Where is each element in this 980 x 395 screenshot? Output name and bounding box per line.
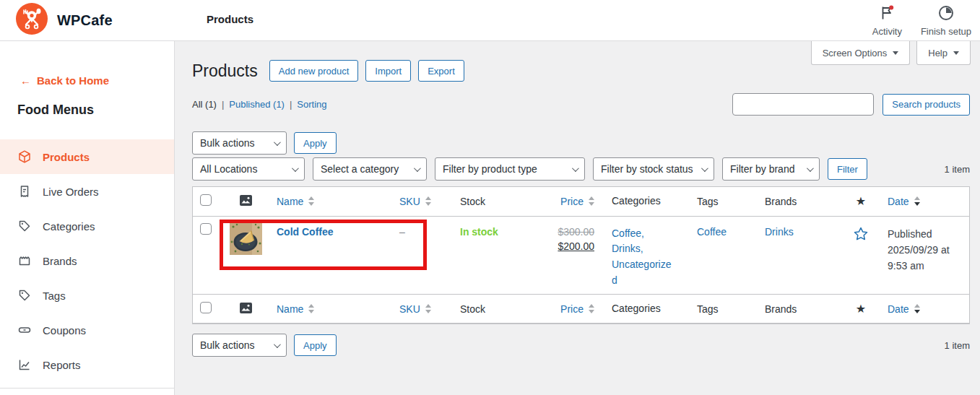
publish-date: Published 2025/09/29 at 9:53 am [880, 216, 969, 295]
select-all-checkbox[interactable] [200, 194, 212, 206]
main-content: Screen Options Help Products Add new pro… [175, 41, 980, 395]
finish-setup-button[interactable]: Finish setup [921, 4, 971, 37]
column-header-brands: Brands [755, 187, 841, 216]
sidebar-item-reports[interactable]: Reports [0, 347, 174, 382]
sidebar-item-coupons[interactable]: Coupons [0, 313, 174, 347]
activity-button[interactable]: Activity [872, 4, 902, 37]
category-link-uncategorized[interactable]: Uncategorized [612, 259, 672, 286]
table-header-row: Name SKU Stock Price Categories Tags Bra… [193, 187, 969, 216]
filter-row: All Locations Select a category Filter b… [192, 157, 970, 181]
product-type-filter-select[interactable]: Filter by product type [435, 157, 585, 181]
column-header-name[interactable]: Name [277, 196, 314, 207]
sidebar-section-title: Food Menus [17, 103, 174, 118]
location-filter-select[interactable]: All Locations [192, 157, 305, 181]
column-header-name[interactable]: Name [277, 303, 314, 315]
wpcafe-products-screen: WPCafe Products Activity [0, 0, 980, 395]
stock-status-filter-select[interactable]: Filter by stock status [593, 157, 714, 181]
column-header-date[interactable]: Date [888, 303, 920, 315]
search-input[interactable] [732, 93, 874, 116]
finish-setup-label: Finish setup [921, 26, 971, 37]
screen-options-toggle[interactable]: Screen Options [811, 41, 911, 65]
featured-column-star-icon: ★ [856, 303, 866, 315]
back-to-home-link[interactable]: ← Back to Home [20, 74, 174, 87]
export-button[interactable]: Export [418, 60, 464, 82]
sidebar-nav: Products Live Orders Categories Brands T [0, 139, 174, 382]
bulk-actions-select-bottom[interactable]: Bulk actions [192, 334, 287, 357]
sidebar-item-live-orders[interactable]: Live Orders [0, 174, 174, 209]
chevron-down-icon [893, 51, 898, 55]
column-header-tags: Tags [690, 187, 755, 216]
image-column-icon [240, 195, 252, 206]
sort-icon [589, 304, 594, 313]
bulk-actions-row-top: Bulk actions Apply [192, 131, 970, 155]
sidebar-item-brands[interactable]: Brands [0, 243, 174, 278]
sort-desc-icon [914, 304, 920, 313]
filter-button[interactable]: Filter [828, 158, 867, 180]
table-footer-row: Name SKU Stock Price Categories Tags Bra… [193, 295, 969, 324]
brand[interactable]: WPCafe [0, 3, 113, 38]
activity-label: Activity [872, 26, 902, 37]
view-published-link[interactable]: Published (1) [229, 99, 285, 110]
bulk-actions-select[interactable]: Bulk actions [192, 131, 287, 155]
column-header-price[interactable]: Price [560, 196, 594, 207]
banner-icon [17, 253, 32, 268]
select-all-checkbox[interactable] [200, 302, 212, 313]
item-count: 1 item [945, 164, 970, 175]
help-toggle[interactable]: Help [916, 41, 971, 65]
finish-setup-progress-icon [937, 4, 955, 25]
chevron-down-icon [701, 165, 708, 172]
search-products-button[interactable]: Search products [883, 94, 970, 116]
view-sorting-link[interactable]: Sorting [297, 99, 326, 110]
brand-link-drinks[interactable]: Drinks [765, 226, 794, 238]
add-new-product-button[interactable]: Add new product [269, 60, 359, 82]
page-title: Products [192, 61, 258, 81]
product-name-link[interactable]: Cold Coffee [277, 226, 334, 238]
feature-star-toggle[interactable] [853, 226, 869, 244]
sidebar-item-categories[interactable]: Categories [0, 209, 174, 243]
sort-icon [425, 304, 431, 313]
tag-link-coffee[interactable]: Coffee [697, 226, 727, 238]
sort-icon [589, 196, 594, 206]
featured-column-star-icon: ★ [856, 195, 866, 207]
apply-button-bottom[interactable]: Apply [294, 334, 337, 356]
chevron-down-icon [274, 139, 281, 146]
category-filter-select[interactable]: Select a category [313, 157, 427, 181]
chevron-down-icon [953, 51, 959, 55]
search-box: Search products [732, 93, 970, 116]
sort-icon [425, 196, 431, 206]
import-button[interactable]: Import [365, 60, 411, 82]
product-thumbnail[interactable] [230, 222, 262, 255]
sku-value: – [399, 226, 405, 238]
product-row-cold-coffee: Cold Coffee – In stock $300.00 $200.00 C… [193, 216, 969, 295]
column-header-price[interactable]: Price [560, 303, 594, 315]
chart-line-icon [17, 357, 32, 372]
apply-button[interactable]: Apply [294, 132, 337, 154]
view-all-link[interactable]: All (1) [192, 99, 217, 110]
bulk-actions-row-bottom: Bulk actions Apply 1 item [192, 334, 970, 357]
breadcrumb: Products [207, 13, 253, 25]
column-header-sku[interactable]: SKU [399, 303, 431, 315]
chevron-down-icon [274, 341, 281, 348]
back-arrow-icon: ← [20, 74, 31, 87]
sort-icon [308, 196, 314, 206]
sidebar-item-products[interactable]: Products [0, 139, 174, 174]
row-checkbox[interactable] [200, 223, 212, 235]
receipt-icon [17, 184, 32, 199]
topbar: WPCafe Products Activity [0, 0, 980, 41]
column-header-brands: Brands [755, 295, 841, 324]
brand-filter-select[interactable]: Filter by brand [722, 157, 820, 181]
sort-desc-icon [914, 196, 920, 206]
category-link-coffee[interactable]: Coffee, [612, 227, 644, 239]
products-table: Name SKU Stock Price Categories Tags Bra… [192, 186, 970, 324]
sidebar-item-tags[interactable]: Tags [0, 278, 174, 313]
column-header-sku[interactable]: SKU [399, 196, 431, 207]
tag-icon [17, 288, 32, 303]
chevron-down-icon [807, 165, 814, 172]
column-header-date[interactable]: Date [888, 196, 920, 207]
column-header-stock: Stock [453, 295, 522, 324]
regular-price: $300.00 [529, 226, 594, 238]
sidebar: ← Back to Home Food Menus Products Live … [0, 41, 175, 395]
category-link-drinks[interactable]: Drinks, [612, 243, 643, 254]
tag-icon [17, 219, 32, 233]
item-count-bottom: 1 item [945, 340, 970, 351]
